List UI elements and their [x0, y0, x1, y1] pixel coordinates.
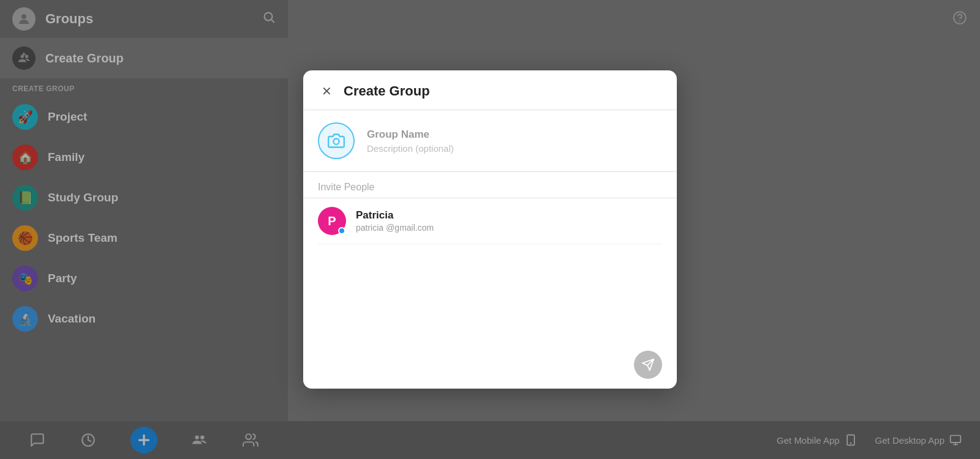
contact-avatar: P: [318, 207, 346, 235]
create-group-modal: ✕ Create Group Group Name Description (o…: [303, 70, 677, 389]
svg-point-20: [333, 139, 339, 144]
group-fields: Group Name Description (optional): [367, 129, 454, 154]
modal-header: ✕ Create Group: [303, 70, 677, 110]
contact-item[interactable]: P Patricia patricia @gmail.com: [318, 198, 662, 244]
modal-title: Create Group: [344, 83, 430, 99]
contact-username: patricia: [356, 223, 383, 233]
online-dot: [338, 227, 345, 234]
contact-detail: patricia @gmail.com: [356, 223, 434, 233]
group-photo-button[interactable]: [318, 122, 355, 159]
invite-section: Invite People: [303, 172, 677, 198]
contact-initial: P: [328, 214, 336, 228]
contact-list: P Patricia patricia @gmail.com: [303, 198, 677, 244]
invite-label: Invite People: [318, 182, 375, 192]
contact-info: Patricia patricia @gmail.com: [356, 209, 434, 233]
group-info-section: Group Name Description (optional): [303, 110, 677, 172]
group-desc-placeholder[interactable]: Description (optional): [367, 143, 454, 154]
group-name-placeholder[interactable]: Group Name: [367, 129, 454, 141]
modal-overlay: ✕ Create Group Group Name Description (o…: [0, 0, 980, 459]
contact-email: @gmail.com: [386, 223, 434, 233]
modal-close-button[interactable]: ✕: [318, 83, 335, 100]
send-button[interactable]: [634, 351, 662, 379]
modal-body: Group Name Description (optional) Invite…: [303, 110, 677, 389]
modal-footer: [303, 341, 677, 389]
contact-name: Patricia: [356, 209, 434, 222]
